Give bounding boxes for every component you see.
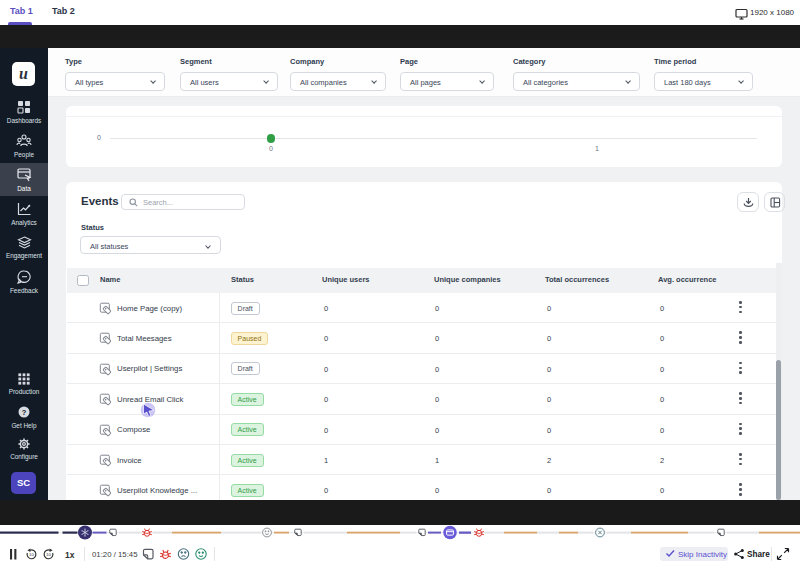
svg-text:Share: Share <box>747 550 770 559</box>
svg-text:01:20 / 15:45: 01:20 / 15:45 <box>92 550 138 559</box>
svg-text:10: 10 <box>46 552 51 557</box>
svg-text:10: 10 <box>29 552 34 557</box>
svg-text:1x: 1x <box>65 550 75 560</box>
svg-text:Skip Inactivity: Skip Inactivity <box>678 550 727 559</box>
svg-text:?: ? <box>22 408 27 417</box>
